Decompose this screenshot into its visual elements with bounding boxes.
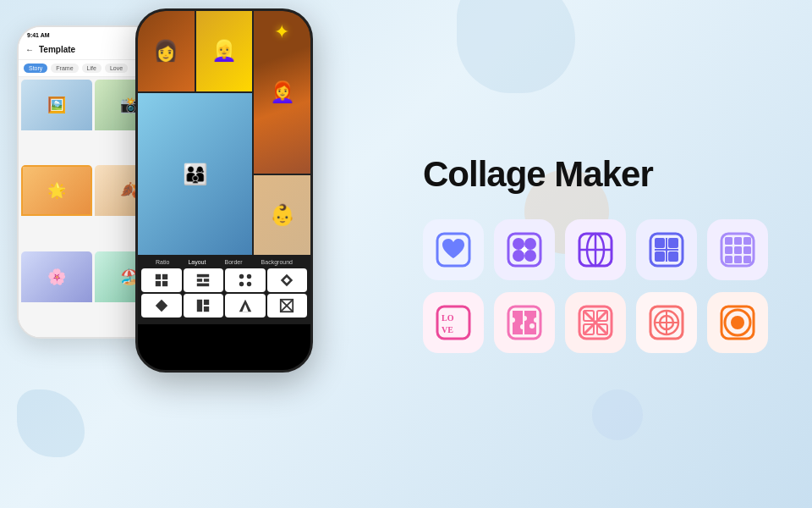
icon-four-leaf[interactable]: [494, 219, 555, 280]
svg-rect-40: [734, 237, 742, 245]
tab-love[interactable]: Love: [105, 64, 128, 73]
template-item-1[interactable]: 🖼️: [21, 80, 92, 163]
phone-front: 👩 👱‍♀️ 👩‍🦰 👨‍👩‍👦 👶: [135, 8, 313, 373]
layout-3[interactable]: [225, 268, 266, 292]
tab-story[interactable]: Story: [24, 64, 47, 73]
svg-rect-0: [156, 274, 161, 279]
icon-circle-target[interactable]: [636, 292, 697, 353]
layout-2[interactable]: [184, 268, 224, 292]
phone-front-screen: 👩 👱‍♀️ 👩‍🦰 👨‍👩‍👦 👶: [138, 11, 310, 370]
toolbar-background[interactable]: Background: [261, 259, 293, 265]
app-title: Collage Maker: [423, 155, 778, 194]
icon-nine-grid[interactable]: [707, 219, 768, 280]
collage-photo-2[interactable]: 👱‍♀️: [196, 11, 253, 91]
collage-photo-4[interactable]: 👨‍👩‍👦: [138, 93, 252, 256]
collage-photo-5[interactable]: 👶: [254, 175, 310, 256]
svg-rect-6: [204, 279, 209, 283]
svg-rect-16: [204, 306, 209, 312]
layout-7[interactable]: [225, 294, 266, 318]
layout-6[interactable]: [184, 294, 224, 318]
layout-4[interactable]: [267, 268, 308, 292]
svg-rect-1: [162, 274, 167, 279]
svg-point-9: [247, 274, 251, 279]
layout-5[interactable]: [141, 294, 182, 318]
svg-rect-47: [743, 256, 751, 263]
svg-rect-4: [197, 274, 209, 278]
icon-circle-outline[interactable]: [707, 292, 768, 353]
svg-point-11: [247, 282, 251, 286]
svg-rect-34: [655, 251, 665, 262]
svg-rect-43: [734, 246, 742, 254]
toolbar-tabs: Ratio Layout Border Background: [138, 259, 310, 268]
svg-rect-39: [725, 237, 732, 245]
collage-photo-1[interactable]: 👩: [138, 11, 195, 91]
svg-rect-32: [655, 238, 665, 248]
collage-mosaic: 👩 👱‍♀️ 👩‍🦰 👨‍👩‍👦 👶: [138, 11, 310, 255]
svg-text:LO: LO: [442, 313, 454, 323]
svg-rect-14: [197, 300, 202, 312]
icons-row-1: [423, 219, 778, 280]
icon-plus-grid[interactable]: [636, 219, 697, 280]
icon-heart-collage[interactable]: [423, 219, 484, 280]
svg-rect-15: [204, 300, 209, 305]
svg-point-26: [522, 247, 527, 252]
svg-point-10: [239, 282, 244, 286]
toolbar-layout[interactable]: Layout: [188, 259, 206, 265]
layout-1[interactable]: [141, 268, 182, 292]
svg-rect-42: [725, 246, 732, 254]
svg-point-8: [239, 274, 244, 279]
svg-rect-35: [668, 251, 678, 262]
layout-options: [138, 268, 310, 321]
template-item-3[interactable]: 🌟: [21, 165, 92, 248]
status-time: 9:41 AM: [27, 32, 50, 38]
tab-life[interactable]: Life: [82, 64, 102, 73]
phone-toolbar: Ratio Layout Border Background: [138, 255, 310, 324]
layout-8[interactable]: [267, 294, 308, 318]
svg-text:VE: VE: [442, 325, 453, 334]
phone-screen-title: Template: [39, 45, 75, 54]
svg-rect-45: [725, 256, 732, 263]
svg-point-66: [731, 316, 744, 329]
main-container: 9:41 AM 100% ← Template Story Frame Life…: [0, 0, 812, 508]
svg-rect-7: [197, 284, 209, 287]
toolbar-border[interactable]: Border: [225, 259, 243, 265]
icon-love-text[interactable]: LO VE: [423, 292, 484, 353]
phones-area: 9:41 AM 100% ← Template Story Frame Life…: [0, 0, 389, 508]
spark-decoration: ✦: [274, 21, 289, 43]
back-arrow-icon[interactable]: ←: [25, 45, 34, 54]
icons-grid: LO VE: [423, 219, 778, 353]
icon-x-grid[interactable]: [565, 292, 626, 353]
svg-rect-3: [162, 281, 167, 286]
svg-rect-5: [197, 279, 202, 283]
svg-rect-46: [734, 256, 742, 263]
svg-rect-2: [156, 281, 161, 286]
svg-rect-44: [743, 246, 751, 254]
icon-puzzle[interactable]: [494, 292, 555, 353]
toolbar-ratio[interactable]: Ratio: [156, 259, 169, 265]
template-item-5[interactable]: 🌸: [21, 251, 92, 334]
svg-rect-41: [743, 237, 751, 245]
icons-row-2: LO VE: [423, 292, 778, 353]
right-area: Collage Maker: [389, 130, 812, 378]
svg-rect-33: [668, 238, 678, 248]
tab-frame[interactable]: Frame: [51, 64, 78, 73]
icon-basketball-grid[interactable]: [565, 219, 626, 280]
